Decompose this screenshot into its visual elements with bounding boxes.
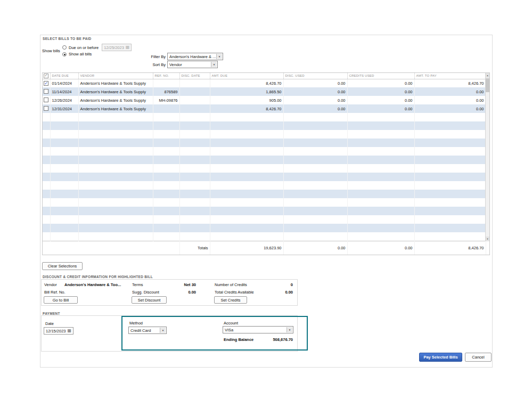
- chevron-down-icon[interactable]: ▼: [160, 328, 166, 333]
- cell-vendor[interactable]: Anderson's Hardware & Tools Supply: [78, 104, 153, 113]
- cell-vendor[interactable]: Anderson's Hardware & Tools Supply: [78, 79, 153, 87]
- cell-select[interactable]: [43, 96, 50, 104]
- cell-amt-due: [210, 207, 283, 215]
- table-scrollbar[interactable]: ▲ ▼: [485, 73, 489, 241]
- set-discount-button[interactable]: Set Discount: [132, 296, 167, 304]
- cell-amt-due: [210, 156, 283, 164]
- bill-row[interactable]: 01/14/2024Anderson's Hardware & Tools Su…: [43, 79, 486, 87]
- bill-row[interactable]: 12/31/2024Anderson's Hardware & Tools Su…: [43, 104, 486, 113]
- sort-by-label: Sort By: [139, 62, 166, 67]
- due-date-field: 12/25/2023 ▦: [102, 44, 132, 51]
- bill-row[interactable]: 12/26/2024Anderson's Hardware & Tools Su…: [43, 96, 486, 104]
- cell-credits-used[interactable]: 0.00: [347, 96, 414, 104]
- due-on-or-before-label: Due on or before: [69, 45, 99, 50]
- chevron-down-icon[interactable]: ▼: [287, 327, 292, 332]
- cell-disc-date[interactable]: [179, 104, 210, 113]
- column-header-disc-used[interactable]: DISC. USED: [283, 73, 347, 79]
- due-on-or-before-option[interactable]: Due on or before 12/25/2023 ▦: [62, 44, 132, 51]
- cell-amt-due[interactable]: 8,426.70: [210, 79, 283, 87]
- column-header-disc-date[interactable]: DISC. DATE: [179, 73, 210, 79]
- cell-ref-no[interactable]: [153, 104, 179, 113]
- scrollbar-thumb[interactable]: [486, 78, 489, 92]
- cell-credits-used[interactable]: 0.00: [347, 79, 414, 87]
- cell-amt-due[interactable]: 1,865.50: [210, 87, 283, 96]
- column-header-vendor[interactable]: VENDOR: [78, 73, 153, 79]
- filter-by-dropdown[interactable]: Anderson's Hardware & ... ▼: [167, 53, 223, 60]
- cell-credits-used: [347, 139, 414, 147]
- bill-row-checkbox[interactable]: [44, 106, 48, 111]
- cell-disc-date[interactable]: [179, 87, 210, 96]
- cell-credits-used[interactable]: 0.00: [347, 104, 414, 113]
- cell-disc-date: [179, 139, 210, 147]
- cell-amt-due[interactable]: 8,426.70: [210, 104, 283, 113]
- cell-disc-date[interactable]: [179, 79, 210, 87]
- chevron-down-icon[interactable]: ▼: [216, 54, 222, 59]
- cell-ref-no[interactable]: 876589: [153, 87, 179, 96]
- cell-ref-no[interactable]: [153, 79, 179, 87]
- select-all-checkbox[interactable]: [44, 74, 48, 78]
- cell-amt-to-pay[interactable]: 0.00: [414, 96, 486, 104]
- bill-row-checkbox[interactable]: [44, 81, 48, 86]
- sort-by-dropdown[interactable]: Vendor ▼: [167, 61, 218, 68]
- cell-vendor: [78, 147, 153, 156]
- cell-disc-used[interactable]: 0.00: [283, 79, 347, 87]
- method-dropdown[interactable]: Credit Card ▼: [128, 327, 167, 334]
- cell-credits-used[interactable]: 0.00: [347, 87, 414, 96]
- bill-row[interactable]: 11/14/2024Anderson's Hardware & Tools Su…: [43, 87, 486, 96]
- cell-disc-used[interactable]: 0.00: [283, 87, 347, 96]
- cell-ref-no: [153, 190, 179, 198]
- cell-disc-date: [179, 130, 210, 139]
- empty-row: [43, 130, 486, 139]
- cell-amt-due[interactable]: 905.00: [210, 96, 283, 104]
- cell-credits-used: [347, 121, 414, 130]
- bill-row-checkbox[interactable]: [44, 89, 48, 94]
- cell-select[interactable]: [43, 87, 50, 96]
- cell-amt-to-pay[interactable]: 8,426.70: [414, 79, 486, 87]
- payment-date-field[interactable]: 12/15/2023 ▦: [44, 327, 73, 335]
- scroll-down-icon[interactable]: ▼: [486, 237, 489, 241]
- cell-disc-used[interactable]: 0.00: [283, 96, 347, 104]
- column-header-credits-used[interactable]: CREDITS USED: [347, 73, 414, 79]
- cell-amt-to-pay[interactable]: 0.00: [414, 87, 486, 96]
- pay-selected-bills-button[interactable]: Pay Selected Bills: [419, 353, 462, 362]
- cell-ref-no: [153, 181, 179, 190]
- column-header-date-due[interactable]: DATE DUE: [50, 73, 78, 79]
- number-of-credits-value: 0: [265, 282, 293, 287]
- cell-select[interactable]: [43, 104, 50, 113]
- column-header-ref-no[interactable]: REF. NO.: [153, 73, 179, 79]
- bill-row-checkbox[interactable]: [44, 97, 48, 102]
- cell-amt-to-pay[interactable]: 0.00: [414, 104, 486, 113]
- cell-ref-no[interactable]: MH-09876: [153, 96, 179, 104]
- set-credits-button[interactable]: Set Credits: [214, 296, 247, 304]
- cell-date-due[interactable]: 01/14/2024: [50, 79, 78, 87]
- cell-date-due: [50, 207, 78, 215]
- cell-ref-no: [153, 224, 179, 232]
- due-on-or-before-radio[interactable]: [62, 45, 67, 50]
- scroll-up-icon[interactable]: ▲: [486, 73, 489, 78]
- account-dropdown[interactable]: VISa ▼: [223, 326, 293, 333]
- column-header-amt-due[interactable]: AMT. DUE: [210, 73, 283, 79]
- cell-vendor[interactable]: Anderson's Hardware & Tools Supply: [78, 87, 153, 96]
- cell-ref-no: [153, 164, 179, 173]
- column-header-amt-to-pay[interactable]: AMT. TO PAY: [414, 73, 486, 79]
- cancel-button[interactable]: Cancel: [465, 353, 492, 362]
- cell-date-due[interactable]: 12/31/2024: [50, 104, 78, 113]
- clear-selections-button[interactable]: Clear Selections: [42, 262, 83, 270]
- show-all-bills-option[interactable]: Show all bills: [62, 52, 92, 56]
- cell-disc-used[interactable]: 0.00: [283, 104, 347, 113]
- show-all-bills-radio[interactable]: [62, 52, 67, 56]
- cell-vendor[interactable]: Anderson's Hardware & Tools Supply: [78, 96, 153, 104]
- sugg-discount-label: Sugg. Discount: [132, 290, 159, 295]
- cell-date-due[interactable]: 12/26/2024: [50, 96, 78, 104]
- cell-date-due[interactable]: 11/14/2024: [50, 87, 78, 96]
- cell-disc-used: [283, 224, 347, 232]
- calendar-icon[interactable]: ▦: [68, 329, 72, 333]
- cell-disc-date[interactable]: [179, 96, 210, 104]
- cell-select[interactable]: [43, 79, 50, 87]
- select-all-header-cell[interactable]: [43, 73, 50, 79]
- payment-method-highlight: Method Credit Card ▼ Account VISa ▼ Endi…: [121, 316, 308, 351]
- cell-vendor: [78, 181, 153, 190]
- go-to-bill-button[interactable]: Go to Bill: [44, 296, 78, 304]
- cell-amt-due: [210, 190, 283, 198]
- chevron-down-icon[interactable]: ▼: [211, 62, 217, 67]
